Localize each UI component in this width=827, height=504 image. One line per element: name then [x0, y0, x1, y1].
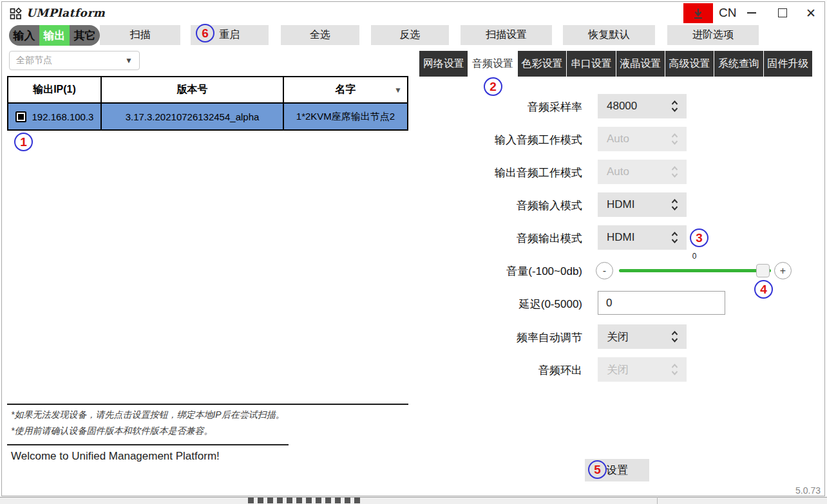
- background-window-clipped-text: [248, 498, 361, 503]
- minimize-icon: [747, 12, 756, 14]
- label-audio-loopout: 音频环出: [415, 363, 582, 378]
- restore-defaults-button[interactable]: 恢复默认: [563, 25, 655, 45]
- sample-rate-select[interactable]: 48000: [598, 94, 687, 118]
- filter-dropdown-icon[interactable]: ▼: [394, 86, 402, 95]
- label-freq-auto-adjust: 频率自动调节: [415, 330, 582, 345]
- column-header-version[interactable]: 版本号: [102, 77, 284, 102]
- spinner-icon: [670, 330, 679, 344]
- maximize-button[interactable]: [772, 5, 793, 21]
- cell-ip: 192.168.100.3: [8, 104, 102, 129]
- settings-tabs: 网络设置 音频设置 色彩设置 串口设置 液晶设置 高级设置 系统查询 固件升级: [419, 51, 812, 77]
- close-button[interactable]: ✕: [801, 5, 821, 21]
- volume-increase-button[interactable]: +: [774, 262, 792, 279]
- annotation-circle-3: 3: [690, 229, 708, 247]
- input-audio-mode-select: Auto: [598, 127, 687, 151]
- spinner-icon: [670, 362, 679, 377]
- volume-decrease-button[interactable]: -: [596, 262, 613, 279]
- cell-version: 3.17.3.20210726132454_alpha: [102, 104, 284, 129]
- screen: UMPlatform CN ✕ 输入 输出 其它 扫描 重启 全选 反选 扫描设…: [0, 0, 827, 504]
- tab-network[interactable]: 网络设置: [419, 51, 468, 77]
- label-input-audio-mode: 输入音频工作模式: [415, 133, 582, 147]
- node-filter-value: 全部节点: [16, 55, 125, 66]
- version-label: 5.0.73: [795, 485, 821, 496]
- app-window: UMPlatform CN ✕ 输入 输出 其它 扫描 重启 全选 反选 扫描设…: [1, 1, 825, 496]
- audio-input-mode-value: HDMI: [607, 198, 670, 211]
- sample-rate-value: 48000: [607, 100, 670, 113]
- maximize-icon: [778, 8, 787, 17]
- output-audio-mode-value: Auto: [607, 165, 670, 178]
- tab-audio[interactable]: 音频设置: [468, 51, 517, 77]
- table-row[interactable]: 192.168.100.3 3.17.3.20210726132454_alph…: [8, 104, 407, 129]
- label-volume: 音量(-100~0db): [415, 264, 582, 279]
- scan-button[interactable]: 扫描: [100, 25, 180, 45]
- label-sample-rate: 音频采样率: [415, 100, 582, 115]
- spinner-icon: [670, 198, 679, 212]
- column-header-ip[interactable]: 输出IP(1): [8, 77, 102, 102]
- annotation-circle-4: 4: [754, 280, 773, 299]
- segment-input[interactable]: 输入: [9, 25, 39, 46]
- download-button[interactable]: [683, 3, 713, 23]
- background-window-strip: [0, 497, 827, 504]
- spinner-icon: [670, 230, 679, 245]
- tab-lcd[interactable]: 液晶设置: [616, 51, 665, 77]
- io-segmented-control: 输入 输出 其它: [9, 25, 100, 46]
- label-audio-output-mode: 音频输出模式: [415, 231, 582, 246]
- volume-slider-track[interactable]: [619, 269, 771, 272]
- hint-note-2: *使用前请确认设备固件版本和软件版本是否兼容。: [11, 425, 213, 437]
- notes-divider: [7, 444, 289, 445]
- annotation-circle-1: 1: [14, 133, 33, 151]
- tab-firmware-upgrade[interactable]: 固件升级: [763, 51, 812, 77]
- device-ip: 192.168.100.3: [32, 111, 94, 122]
- invert-selection-button[interactable]: 反选: [371, 25, 449, 45]
- segment-output[interactable]: 输出: [39, 25, 70, 46]
- delay-input[interactable]: [598, 291, 725, 315]
- list-bottom-divider: [7, 404, 408, 405]
- audio-loopout-select: 关闭: [598, 357, 687, 382]
- tab-color[interactable]: 色彩设置: [517, 51, 566, 77]
- tab-serial[interactable]: 串口设置: [566, 51, 615, 77]
- freq-auto-adjust-value: 关闭: [607, 330, 670, 344]
- scan-settings-button[interactable]: 扫描设置: [461, 25, 552, 45]
- annotation-circle-5: 5: [588, 460, 607, 479]
- column-header-name-label: 名字: [336, 83, 356, 97]
- audio-loopout-value: 关闭: [607, 362, 670, 377]
- app-logo-icon: [10, 8, 22, 20]
- label-delay: 延迟(0-5000): [415, 297, 582, 312]
- spinner-icon: [670, 165, 679, 179]
- checkbox-checked-mark: [18, 114, 24, 120]
- background-window-divider: [657, 497, 658, 504]
- chevron-down-icon: ▼: [125, 56, 133, 65]
- audio-input-mode-select[interactable]: HDMI: [598, 192, 687, 217]
- welcome-message: Welcome to Unified Management Platform!: [11, 450, 220, 463]
- spinner-icon: [670, 132, 679, 146]
- input-audio-mode-value: Auto: [607, 133, 670, 145]
- node-filter-dropdown[interactable]: 全部节点 ▼: [9, 51, 140, 70]
- advanced-options-button[interactable]: 进阶选项: [667, 25, 759, 45]
- cell-name: 1*2KVM座席输出节点2: [284, 104, 407, 129]
- label-audio-input-mode: 音频输入模式: [415, 198, 582, 213]
- annotation-circle-2: 2: [484, 77, 502, 96]
- tab-system-query[interactable]: 系统查询: [714, 51, 763, 77]
- tab-advanced[interactable]: 高级设置: [665, 51, 714, 77]
- segment-other[interactable]: 其它: [70, 25, 100, 46]
- table-header-row: 输出IP(1) 版本号 名字 ▼: [8, 77, 407, 104]
- language-toggle[interactable]: CN: [719, 6, 736, 20]
- row-checkbox[interactable]: [15, 111, 26, 122]
- device-table: 输出IP(1) 版本号 名字 ▼ 192.168.100.3 3.17.3.20…: [7, 76, 408, 131]
- hint-note-1: *如果无法发现设备，请先点击设置按钮，绑定本地IP后在尝试扫描。: [11, 409, 285, 421]
- close-icon: ✕: [806, 6, 816, 21]
- download-icon: [691, 6, 705, 21]
- titlebar: UMPlatform CN ✕: [2, 2, 824, 24]
- volume-slider-handle[interactable]: [756, 264, 770, 277]
- output-audio-mode-select: Auto: [598, 160, 687, 184]
- annotation-circle-6: 6: [196, 24, 214, 42]
- freq-auto-adjust-select[interactable]: 关闭: [598, 324, 687, 349]
- audio-output-mode-select[interactable]: HDMI: [598, 225, 687, 250]
- app-title: UMPlatform: [26, 6, 105, 19]
- minimize-button[interactable]: [741, 5, 762, 21]
- column-header-name[interactable]: 名字 ▼: [284, 77, 407, 102]
- volume-value-label: 0: [598, 252, 791, 261]
- select-all-button[interactable]: 全选: [281, 25, 359, 45]
- audio-output-mode-value: HDMI: [607, 231, 670, 244]
- spinner-icon: [670, 99, 679, 113]
